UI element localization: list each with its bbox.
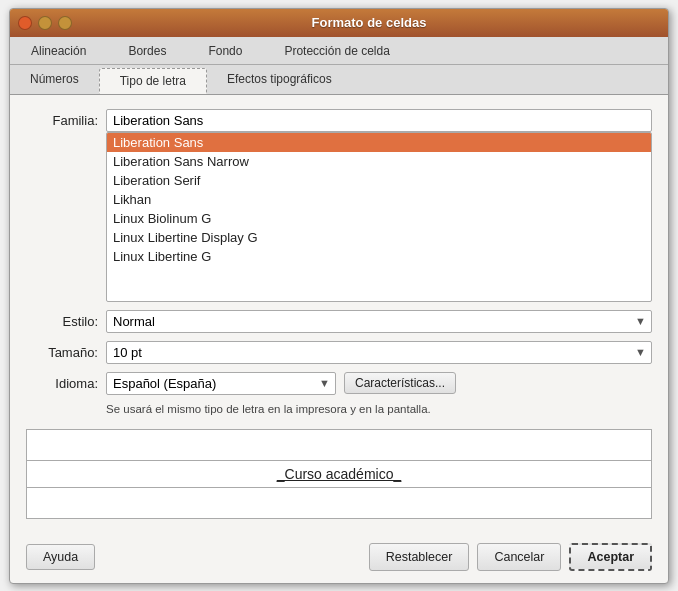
idioma-select[interactable]: Español (España) English (USA) Français … bbox=[106, 372, 336, 395]
font-list-item-1[interactable]: Liberation Sans Narrow bbox=[107, 152, 651, 171]
form-content: Familia: Liberation Sans Liberation Sans… bbox=[10, 95, 668, 533]
estilo-label: Estilo: bbox=[26, 310, 98, 329]
preview-top-line bbox=[27, 460, 651, 461]
aceptar-button[interactable]: Aceptar bbox=[569, 543, 652, 571]
caracteristicas-button[interactable]: Características... bbox=[344, 372, 456, 394]
dialog: Formato de celdas Alineación Bordes Fond… bbox=[9, 8, 669, 584]
familia-label: Familia: bbox=[26, 109, 98, 128]
tabs-top-row: Alineación Bordes Fondo Protección de ce… bbox=[10, 37, 668, 65]
font-list-item-6[interactable]: Linux Libertine G bbox=[107, 247, 651, 266]
maximize-button[interactable] bbox=[58, 16, 72, 30]
tab-numeros[interactable]: Números bbox=[10, 67, 99, 94]
preview-box: _Curso académico_ bbox=[26, 429, 652, 519]
familia-control: Liberation Sans Liberation Sans Narrow L… bbox=[106, 109, 652, 302]
idioma-row: Idioma: Español (España) English (USA) F… bbox=[26, 372, 652, 395]
idioma-controls: Español (España) English (USA) Français … bbox=[106, 372, 652, 395]
estilo-select[interactable]: Normal Negrita Cursiva Negrita Cursiva bbox=[106, 310, 652, 333]
idioma-select-wrapper: Español (España) English (USA) Français … bbox=[106, 372, 336, 395]
restablecer-button[interactable]: Restablecer bbox=[369, 543, 470, 571]
tab-proteccion[interactable]: Protección de celda bbox=[263, 37, 410, 64]
font-list-item-0[interactable]: Liberation Sans bbox=[107, 133, 651, 152]
close-button[interactable] bbox=[18, 16, 32, 30]
cancelar-button[interactable]: Cancelar bbox=[477, 543, 561, 571]
font-list-item-5[interactable]: Linux Libertine Display G bbox=[107, 228, 651, 247]
font-list-item-3[interactable]: Likhan bbox=[107, 190, 651, 209]
font-list-item-2[interactable]: Liberation Serif bbox=[107, 171, 651, 190]
hint-text: Se usará el mismo tipo de letra en la im… bbox=[106, 403, 652, 415]
preview-text: _Curso académico_ bbox=[277, 466, 402, 482]
estilo-row: Estilo: Normal Negrita Cursiva Negrita C… bbox=[26, 310, 652, 333]
bottom-bar: Ayuda Restablecer Cancelar Aceptar bbox=[10, 533, 668, 583]
familia-row: Familia: Liberation Sans Liberation Sans… bbox=[26, 109, 652, 302]
font-list[interactable]: Liberation Sans Liberation Sans Narrow L… bbox=[106, 132, 652, 302]
idioma-label: Idioma: bbox=[26, 372, 98, 391]
tab-tipo-letra[interactable]: Tipo de letra bbox=[99, 68, 207, 94]
tabs-row2: Números Tipo de letra Efectos tipográfic… bbox=[10, 65, 668, 95]
bottom-left-buttons: Ayuda bbox=[26, 544, 95, 570]
font-list-item-4[interactable]: Linux Biolinum G bbox=[107, 209, 651, 228]
tamano-label: Tamaño: bbox=[26, 341, 98, 360]
preview-bottom-line bbox=[27, 487, 651, 488]
bottom-right-buttons: Restablecer Cancelar Aceptar bbox=[369, 543, 652, 571]
tab-alineacion[interactable]: Alineación bbox=[10, 37, 107, 64]
titlebar: Formato de celdas bbox=[10, 9, 668, 37]
tab-fondo[interactable]: Fondo bbox=[187, 37, 263, 64]
tab-bordes[interactable]: Bordes bbox=[107, 37, 187, 64]
tamano-wrapper: 8 pt 9 pt 10 pt 11 pt 12 pt 14 pt ▼ bbox=[106, 341, 652, 364]
dialog-title: Formato de celdas bbox=[78, 15, 660, 30]
estilo-wrapper: Normal Negrita Cursiva Negrita Cursiva ▼ bbox=[106, 310, 652, 333]
tamano-row: Tamaño: 8 pt 9 pt 10 pt 11 pt 12 pt 14 p… bbox=[26, 341, 652, 364]
tamano-select[interactable]: 8 pt 9 pt 10 pt 11 pt 12 pt 14 pt bbox=[106, 341, 652, 364]
minimize-button[interactable] bbox=[38, 16, 52, 30]
tab-efectos[interactable]: Efectos tipográficos bbox=[207, 67, 352, 94]
ayuda-button[interactable]: Ayuda bbox=[26, 544, 95, 570]
familia-input[interactable] bbox=[106, 109, 652, 132]
